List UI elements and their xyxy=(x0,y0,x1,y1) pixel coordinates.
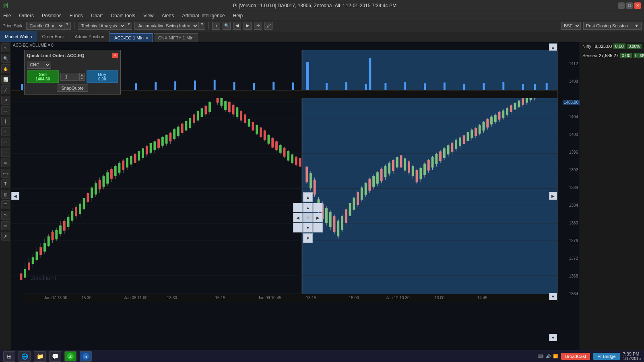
nav-upright-button[interactable] xyxy=(313,203,323,212)
menu-item-artificial-intelligence[interactable]: Artificial Intelligence xyxy=(180,12,226,19)
chart-up-button[interactable]: ▲ xyxy=(549,43,557,51)
sidebar-icon-fib[interactable]: ⋯ xyxy=(1,127,10,136)
svg-rect-207 xyxy=(392,160,394,171)
zoom-out-button[interactable]: 🔍 xyxy=(223,22,231,30)
buy-button[interactable]: Buy 0.00 xyxy=(87,70,118,83)
product-type-select[interactable]: CNC xyxy=(27,61,51,69)
svg-rect-203 xyxy=(384,166,386,177)
scroll-right-button[interactable]: ▶ xyxy=(549,192,557,200)
sidebar-icon-vline[interactable]: | xyxy=(1,117,10,125)
indicator-select[interactable]: Accumulative Swing Index xyxy=(134,22,199,30)
sidebar-icon-text[interactable]: T xyxy=(1,179,10,188)
indicator-arrow[interactable]: ▼ xyxy=(199,22,205,30)
maximize-button[interactable]: □ xyxy=(626,2,633,9)
tab-order-book[interactable]: Order Book xyxy=(37,31,70,42)
close-acc-eq-tab[interactable]: ✕ xyxy=(145,36,149,40)
sidebar-icon-arrow[interactable]: ↖ xyxy=(1,43,10,52)
svg-rect-320 xyxy=(463,84,465,90)
menu-item-funds[interactable]: Funds xyxy=(68,12,85,19)
price-style-select[interactable]: Candle Chart xyxy=(26,22,64,30)
nav-left-button[interactable]: ◀ xyxy=(233,22,241,30)
nav-up-button[interactable]: ▲ xyxy=(303,203,313,212)
crosshair-button[interactable]: ✛ xyxy=(254,22,262,30)
sidebar-icon-trend[interactable]: ↗ xyxy=(1,96,10,105)
menu-item-chart[interactable]: Chart xyxy=(89,12,104,19)
menu-item-positions[interactable]: Positions xyxy=(40,12,63,19)
sidebar-icon-wave[interactable]: 〜 xyxy=(1,211,10,220)
menu-item-view[interactable]: View xyxy=(142,12,155,19)
technical-analysis-dropdown[interactable]: Technical Analysis ▼ xyxy=(78,22,132,30)
taskbar-browser-icon[interactable]: 🌐 xyxy=(19,351,31,362)
menu-item-help[interactable]: Help xyxy=(231,12,244,19)
technical-analysis-select[interactable]: Technical Analysis xyxy=(78,22,126,30)
taskbar-chat-icon[interactable]: 💬 xyxy=(49,351,61,362)
nav-left-nav-button[interactable]: ◀ xyxy=(293,213,303,222)
sidebar-icon-hand[interactable]: ✋ xyxy=(1,64,10,73)
svg-rect-97 xyxy=(173,129,175,139)
svg-rect-211 xyxy=(400,155,402,167)
sidebar-icon-hline[interactable]: ― xyxy=(1,106,10,115)
sidebar-icon-chart[interactable]: 📊 xyxy=(1,75,10,84)
sidebar-icon-measure[interactable]: ⟺ xyxy=(1,169,10,178)
menu-item-chart-tools[interactable]: Chart Tools xyxy=(109,12,136,19)
price-style-dropdown[interactable]: Candle Chart ▼ xyxy=(26,22,71,30)
chart-down-button[interactable]: ▼ xyxy=(549,293,557,300)
tab-acc-eq[interactable]: ACC-EQ 1 Min ✕ xyxy=(110,33,153,42)
sell-button[interactable]: Sell 1404.60 xyxy=(27,70,59,83)
svg-rect-308 xyxy=(253,83,255,90)
menu-item-file[interactable]: File xyxy=(2,12,12,19)
indicator-dropdown[interactable]: Accumulative Swing Index ▼ xyxy=(134,22,205,30)
tab-admin-position[interactable]: Admin Position xyxy=(70,31,109,42)
nav-up-extra-button[interactable]: ▲ xyxy=(303,192,313,202)
nav-down-extra-button[interactable]: ▼ xyxy=(303,233,313,243)
price-style-arrow[interactable]: ▼ xyxy=(64,22,71,30)
tab-market-watch[interactable]: Market Watch xyxy=(0,31,37,42)
ta-arrow[interactable]: ▼ xyxy=(126,22,132,30)
nav-down-button[interactable]: ▼ xyxy=(303,223,313,232)
draw-button[interactable]: 🖊 xyxy=(264,22,272,30)
session-button[interactable]: Post Closing Session ...▼ xyxy=(583,22,642,30)
close-button[interactable]: ✕ xyxy=(634,2,641,9)
sidebar-icon-rect[interactable]: ▭ xyxy=(1,221,10,230)
nav-right-nav-button[interactable]: ▶ xyxy=(313,213,323,222)
taskbar-start-button[interactable]: ⊞ xyxy=(3,351,15,362)
scroll-left-button[interactable]: ◀ xyxy=(11,192,19,200)
sidebar-icon-delete[interactable]: ✗ xyxy=(1,232,10,241)
vol-down-button[interactable]: ▼ xyxy=(549,334,557,341)
zoom-in-button[interactable]: + xyxy=(212,22,220,30)
sidebar-icon-bars[interactable]: ▥ xyxy=(1,190,10,199)
qty-stepper[interactable]: ▲ ▼ xyxy=(79,73,85,81)
sidebar-icon-circle[interactable]: ○ xyxy=(1,138,10,146)
qty-up-btn[interactable]: ▲ xyxy=(79,73,85,77)
taskbar-zerodha-icon[interactable]: Z xyxy=(64,351,76,362)
snap-quote-button[interactable]: SnapQuote xyxy=(57,84,88,92)
svg-rect-313 xyxy=(345,82,347,90)
svg-rect-179 xyxy=(337,221,339,237)
quantity-wrapper: ▲ ▼ xyxy=(60,73,85,81)
nav-downright-button[interactable] xyxy=(313,223,323,232)
menu-item-alerts[interactable]: Alerts xyxy=(160,12,176,19)
nav-upleft-button[interactable] xyxy=(293,203,303,212)
sidebar-icon-diag[interactable]: ⟋ xyxy=(1,148,10,157)
nav-center-button[interactable]: ⊕ xyxy=(303,213,313,222)
quantity-input[interactable] xyxy=(60,73,78,81)
exchange-select[interactable]: BSE xyxy=(561,22,581,30)
nav-downleft-button[interactable] xyxy=(293,223,303,232)
sidebar-icon-candles[interactable]: ☰ xyxy=(1,200,10,209)
sidebar-icon-brush[interactable]: ✏ xyxy=(1,158,10,167)
menu-item-orders[interactable]: Orders xyxy=(17,12,35,19)
close-quick-order-button[interactable]: ✕ xyxy=(112,53,118,58)
broadcast-button[interactable]: BroadCast xyxy=(561,353,590,360)
tab-cnx-nifty[interactable]: CNX NIFTY 1 Min xyxy=(154,33,198,42)
qty-dn-btn[interactable]: ▼ xyxy=(79,77,85,81)
sidebar-icon-line[interactable]: ╱ xyxy=(1,85,10,94)
svg-rect-49 xyxy=(79,204,81,214)
svg-rect-55 xyxy=(91,187,93,198)
pibridge-button[interactable]: PI Bridge xyxy=(593,353,619,360)
taskbar-pi-icon[interactable]: π xyxy=(80,351,92,362)
nav-right-button[interactable]: ▶ xyxy=(244,22,252,30)
price-1392: 1392 xyxy=(569,168,578,172)
sidebar-icon-zoom[interactable]: 🔍 xyxy=(1,54,10,63)
taskbar-files-icon[interactable]: 📁 xyxy=(34,351,46,362)
minimize-button[interactable]: — xyxy=(618,2,625,9)
